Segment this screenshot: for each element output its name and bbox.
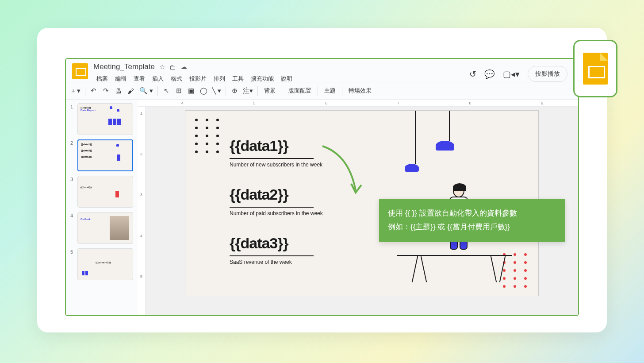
lamp-icon [110,106,112,109]
slides-badge [573,40,617,97]
redo-button[interactable]: ↷ [100,85,112,97]
toolbar: + ▾ ↶ ↷ 🖶 🖌 🔍 ▾ ↖ ⊞ ▣ ◯ ╲ ▾ ⊕ 注 ▾ 背景 版面配… [66,82,578,100]
thumb-4[interactable]: Outlook [77,212,133,244]
divider [230,207,314,208]
data-block-3[interactable]: {{data3}} SaaS revenue of the week [230,235,314,265]
lamp-icon [117,109,119,112]
thumb-number: 3 [70,176,75,208]
caption-2: Number of paid subscribers in the week [230,210,323,216]
thumb-1[interactable]: {{topic}} Data Report [77,103,133,135]
video-icon[interactable]: ▢◂▾ [503,69,520,79]
history-icon[interactable]: ↺ [469,69,476,79]
lamp-icon [116,144,119,147]
caption-1: Number of new subscribers in the week [230,162,322,168]
lamp-illustration [445,111,454,151]
comment-tool[interactable]: ⊕ [229,85,240,97]
slides-logo-icon [72,63,88,79]
thumb-3[interactable]: {{data4}} [77,176,133,208]
people-illustration [81,269,88,277]
layout-button[interactable]: 版面配置 [285,87,315,95]
people-illustration [108,119,130,132]
divider [230,255,314,256]
menu-extensions[interactable]: 擴充功能 [248,73,277,85]
new-slide-button[interactable]: + ▾ [69,85,82,97]
slides-file-icon [583,53,608,85]
cloud-status-icon[interactable]: ☁ [180,63,187,71]
menu-insert[interactable]: 插入 [149,73,167,85]
paint-format-button[interactable]: 🖌 [125,85,137,97]
people-illustration [115,191,124,205]
menu-format[interactable]: 格式 [168,73,185,85]
callout-line-1: 使用 {{ }} 設置欲自動化帶入的資料參數 [388,207,556,220]
title-area: Meeting_Template ☆ 🗀 ☁ 檔案 編輯 查看 插入 格式 投影… [93,62,464,85]
thumb-number: 2 [70,139,75,171]
image-tool[interactable]: ▣ [185,85,197,97]
thumb-number: 1 [70,103,75,135]
ruler-horizontal: 456 789 [138,100,578,107]
thumbnail-panel: 1 {{topic}} Data Report 2 {{data1}} {{da… [66,100,138,315]
note-tool[interactable]: 注 ▾ [241,85,255,97]
menu-arrange[interactable]: 排列 [211,73,228,85]
caption-3: SaaS revenue of the week [230,259,314,265]
print-button[interactable]: 🖶 [113,85,124,97]
ruler-vertical: 123 45 [138,107,146,315]
divider [230,158,314,159]
annotation-arrow-icon [318,142,371,208]
shape-tool[interactable]: ◯ [198,85,209,97]
placeholder-data2: {{data2}} [230,186,323,203]
annotation-callout: 使用 {{ }} 設置欲自動化帶入的資料參數 例如：{{主題}} 或 {{當月付… [379,199,565,242]
slides-window: Meeting_Template ☆ 🗀 ☁ 檔案 編輯 查看 插入 格式 投影… [65,58,579,316]
thumb-number: 5 [70,248,75,280]
menu-tools[interactable]: 工具 [229,73,247,85]
data-block-2[interactable]: {{data2}} Number of paid subscribers in … [230,186,323,216]
zoom-button[interactable]: 🔍 ▾ [138,85,155,97]
separator [85,86,85,96]
textbox-tool[interactable]: ⊞ [173,85,184,97]
header-actions: ↺ 💬 ▢◂▾ 投影播放 [469,66,572,82]
lamp-illustration [411,111,419,172]
thumb-2[interactable]: {{data1}} {{data2}} {{data3}} [77,139,133,171]
separator [226,86,226,96]
placeholder-data3: {{data3}} [230,235,314,252]
separator [157,86,158,96]
callout-line-2: 例如：{{主題}} 或 {{當月付費用戶數}} [388,220,556,234]
placeholder-data1: {{data1}} [230,137,322,154]
theme-button[interactable]: 主題 [321,87,339,95]
thumb-5[interactable]: {{content2}} [77,248,133,280]
people-illustration [116,154,130,168]
separator [342,86,342,96]
doc-title[interactable]: Meeting_Template [93,62,155,71]
select-tool[interactable]: ↖ [161,85,172,97]
dots-decoration [195,119,221,153]
photo-icon [110,216,129,240]
menu-help[interactable]: 說明 [278,73,295,85]
menu-slide[interactable]: 投影片 [186,73,210,85]
menu-view[interactable]: 查看 [130,73,148,85]
present-button[interactable]: 投影播放 [528,66,567,82]
menu-file[interactable]: 檔案 [93,73,111,85]
menu-edit[interactable]: 編輯 [112,73,130,85]
transition-button[interactable]: 轉場效果 [345,87,375,95]
star-icon[interactable]: ☆ [159,63,165,71]
move-folder-icon[interactable]: 🗀 [169,63,176,71]
data-block-1[interactable]: {{data1}} Number of new subscribers in t… [230,137,322,168]
background-button[interactable]: 背景 [261,87,279,95]
line-tool[interactable]: ╲ ▾ [210,85,223,97]
comments-icon[interactable]: 💬 [484,69,495,79]
separator [257,86,258,96]
undo-button[interactable]: ↶ [88,85,100,97]
thumb-number: 4 [70,212,75,244]
menubar: 檔案 編輯 查看 插入 格式 投影片 排列 工具 擴充功能 說明 [93,73,464,85]
header: Meeting_Template ☆ 🗀 ☁ 檔案 編輯 查看 插入 格式 投影… [66,59,578,82]
separator [318,86,318,96]
separator [282,86,282,96]
